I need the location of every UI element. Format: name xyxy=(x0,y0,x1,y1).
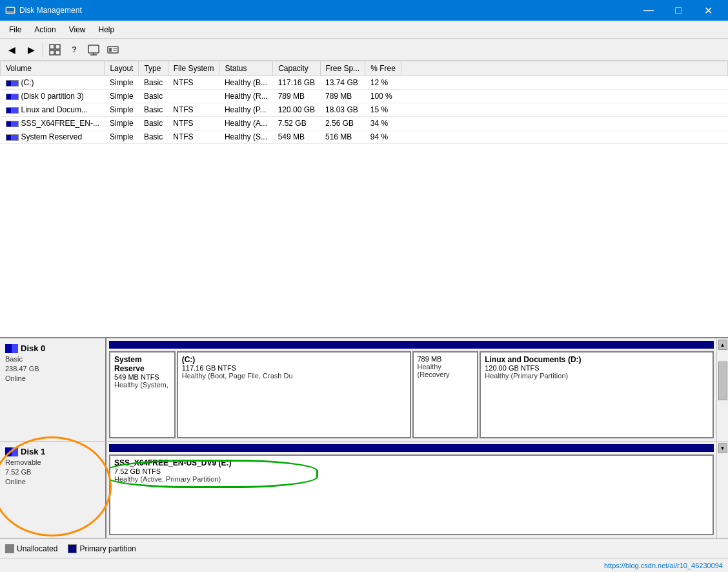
main-area: Volume Layout Type File System Status Ca… xyxy=(0,61,728,572)
menu-bar: File Action View Help xyxy=(0,21,728,39)
partition-sr-name: System Reserve xyxy=(114,355,170,373)
cell-free: 13.74 GB xyxy=(320,76,365,90)
minimize-button[interactable]: — xyxy=(634,0,663,21)
disk-graphical-scroll[interactable]: Disk 0 Basic 238.47 GB Online System Res… xyxy=(0,338,728,538)
status-url: https://blog.csdn.net/ai/r10_46230094 xyxy=(604,562,723,569)
cell-capacity: 117.16 GB xyxy=(273,76,320,90)
close-button[interactable]: ✕ xyxy=(693,0,723,21)
window-title: Disk Management xyxy=(19,6,634,15)
disk1-label: Disk 1 Removable 7.52 GB Online xyxy=(0,442,106,538)
legend-unallocated-label: Unallocated xyxy=(17,544,57,553)
partition-e[interactable]: SSS_X64FREE_EN-US_DV9 (E:) 7.52 GB NTFS … xyxy=(109,455,714,535)
partition-sr-size: 549 MB NTFS xyxy=(114,373,170,381)
cell-fs: NTFS xyxy=(168,130,219,144)
disk1-bar xyxy=(109,444,714,452)
menu-file[interactable]: File xyxy=(3,23,28,37)
cell-pct: 15 % xyxy=(365,103,401,117)
cell-layout: Simple xyxy=(105,103,139,117)
disk1-row-wrapper: Disk 1 Removable 7.52 GB Online SSS_X64F… xyxy=(0,442,728,538)
app-icon xyxy=(5,5,15,15)
toolbar-btn-5[interactable] xyxy=(85,41,103,58)
disk0-row: Disk 0 Basic 238.47 GB Online System Res… xyxy=(0,338,728,442)
partition-system-reserved[interactable]: System Reserve 549 MB NTFS Healthy (Syst… xyxy=(109,351,176,438)
volume-list: Volume Layout Type File System Status Ca… xyxy=(0,61,728,338)
col-filesystem[interactable]: File System xyxy=(168,61,219,76)
scrollbar-2[interactable]: ▼ xyxy=(716,442,728,538)
menu-action[interactable]: Action xyxy=(28,23,62,37)
cell-free: 789 MB xyxy=(320,90,365,103)
disk0-label: Disk 0 Basic 238.47 GB Online xyxy=(0,338,106,441)
menu-help[interactable]: Help xyxy=(92,23,121,37)
cell-type: Basic xyxy=(139,130,168,144)
cell-type: Basic xyxy=(139,103,168,117)
cell-layout: Simple xyxy=(105,90,139,103)
legend-primary: Primary partition xyxy=(68,544,136,553)
maximize-button[interactable]: □ xyxy=(663,0,693,21)
svg-rect-8 xyxy=(88,45,99,53)
col-free[interactable]: Free Sp... xyxy=(320,61,365,76)
cell-layout: Simple xyxy=(105,76,139,90)
partition-d-name: Linux and Documents (D:) xyxy=(485,355,709,364)
partition-c-size: 117.16 GB NTFS xyxy=(182,364,406,372)
cell-capacity: 549 MB xyxy=(273,130,320,144)
legend-unallocated: Unallocated xyxy=(5,544,57,553)
disk1-row: Disk 1 Removable 7.52 GB Online SSS_X64F… xyxy=(0,442,728,538)
disk1-name: Disk 1 xyxy=(5,447,100,456)
toolbar-btn-6[interactable] xyxy=(104,41,122,58)
cell-pct: 100 % xyxy=(365,90,401,103)
col-type[interactable]: Type xyxy=(139,61,168,76)
cell-capacity: 120.00 GB xyxy=(273,103,320,117)
menu-view[interactable]: View xyxy=(63,23,92,37)
partition-rec-size: 789 MB xyxy=(418,355,474,363)
back-button[interactable]: ◀ xyxy=(3,41,21,58)
cell-fs: NTFS xyxy=(168,76,219,90)
legend-primary-label: Primary partition xyxy=(79,544,136,553)
table-row[interactable]: Linux and Docum...SimpleBasicNTFSHealthy… xyxy=(1,103,728,117)
table-row[interactable]: (Disk 0 partition 3)SimpleBasicHealthy (… xyxy=(1,90,728,103)
disk1-icon xyxy=(5,447,18,456)
legend: Unallocated Primary partition xyxy=(0,538,728,558)
table-row[interactable]: System ReservedSimpleBasicNTFSHealthy (S… xyxy=(1,130,728,144)
col-status[interactable]: Status xyxy=(219,61,273,76)
cell-status: Healthy (A... xyxy=(219,117,273,130)
scrollbar[interactable]: ▲ xyxy=(716,338,728,441)
toolbar: ◀ ▶ ? xyxy=(0,39,728,61)
cell-pct: 94 % xyxy=(365,130,401,144)
partition-d[interactable]: Linux and Documents (D:) 120.00 GB NTFS … xyxy=(480,351,714,438)
cell-free: 2.56 GB xyxy=(320,117,365,130)
svg-rect-5 xyxy=(56,45,60,49)
disk0-status: Online xyxy=(5,374,100,382)
help-button[interactable]: ? xyxy=(65,41,83,58)
disk-graphical-area: Disk 0 Basic 238.47 GB Online System Res… xyxy=(0,338,728,558)
cell-volume: (C:) xyxy=(1,76,105,90)
svg-rect-7 xyxy=(56,50,60,55)
col-capacity[interactable]: Capacity xyxy=(273,61,320,76)
cell-fs: NTFS xyxy=(168,117,219,130)
cell-status: Healthy (S... xyxy=(219,130,273,144)
table-row[interactable]: (C:)SimpleBasicNTFSHealthy (B...117.16 G… xyxy=(1,76,728,90)
disk0-partitions: System Reserve 549 MB NTFS Healthy (Syst… xyxy=(106,338,716,441)
status-bar: https://blog.csdn.net/ai/r10_46230094 xyxy=(0,558,728,572)
toolbar-separator-1 xyxy=(43,43,43,57)
disk0-size: 238.47 GB xyxy=(5,365,100,373)
svg-rect-12 xyxy=(109,48,112,52)
partition-recovery[interactable]: 789 MB Healthy (Recovery xyxy=(412,351,479,438)
partition-d-size: 120.00 GB NTFS xyxy=(485,364,709,372)
partition-e-size: 7.52 GB NTFS xyxy=(114,467,709,475)
partition-c[interactable]: (C:) 117.16 GB NTFS Healthy (Boot, Page … xyxy=(177,351,411,438)
cell-free: 18.03 GB xyxy=(320,103,365,117)
scroll-thumb[interactable] xyxy=(718,362,727,400)
partition-c-status: Healthy (Boot, Page File, Crash Du xyxy=(182,372,406,380)
forward-button[interactable]: ▶ xyxy=(22,41,40,58)
view-button[interactable] xyxy=(46,41,64,58)
disk1-status: Online xyxy=(5,478,100,485)
table-row[interactable]: SSS_X64FREE_EN-...SimpleBasicNTFSHealthy… xyxy=(1,117,728,130)
cell-status: Healthy (R... xyxy=(219,90,273,103)
cell-fs: NTFS xyxy=(168,103,219,117)
cell-volume: System Reserved xyxy=(1,130,105,144)
cell-layout: Simple xyxy=(105,130,139,144)
col-layout[interactable]: Layout xyxy=(105,61,139,76)
col-pct[interactable]: % Free xyxy=(365,61,401,76)
cell-capacity: 7.52 GB xyxy=(273,117,320,130)
col-volume[interactable]: Volume xyxy=(1,61,105,76)
